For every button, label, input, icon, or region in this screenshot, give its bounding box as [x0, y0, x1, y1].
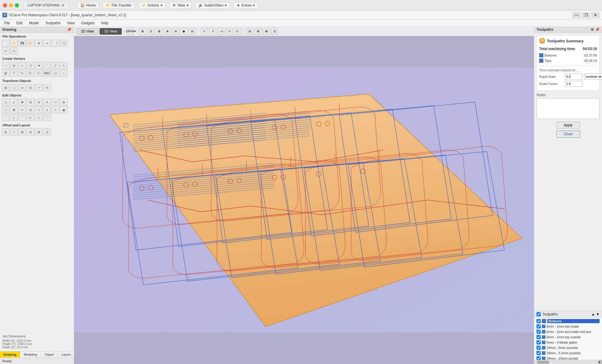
- text-tool[interactable]: T: [10, 70, 18, 77]
- vp-tool1-button[interactable]: ↖: [201, 28, 208, 35]
- rectangle-tool[interactable]: □: [18, 62, 26, 69]
- tp-item-6[interactable]: 24mm - 15mm pocket: [534, 356, 602, 360]
- panel-pin-icon[interactable]: 📌: [67, 28, 71, 32]
- menu-help[interactable]: Help: [98, 20, 111, 26]
- tp-checkbox-3[interactable]: [537, 340, 541, 344]
- tp-checkbox-0[interactable]: [537, 324, 541, 328]
- vp-layout4-button[interactable]: ⊡: [271, 28, 278, 35]
- delete-tool[interactable]: ✕: [43, 99, 51, 106]
- line-tool[interactable]: ╱: [52, 62, 59, 69]
- panel-settings-button[interactable]: ⚙: [591, 28, 594, 32]
- view-2d-button[interactable]: 2D View: [76, 28, 98, 35]
- restore-button[interactable]: ❐: [582, 12, 590, 18]
- reverse-tool[interactable]: ⌒: [18, 114, 26, 121]
- scale-factor-input[interactable]: [565, 81, 582, 87]
- menu-edit[interactable]: Edit: [13, 20, 25, 26]
- group-tool[interactable]: ⬜: [10, 84, 18, 91]
- trim-tool[interactable]: ✂: [18, 106, 26, 113]
- abc-text-tool[interactable]: ABC: [43, 70, 51, 77]
- offset-tool[interactable]: ⊟: [2, 128, 9, 136]
- menu-toolpaths[interactable]: Toolpaths: [42, 20, 63, 26]
- edit-extra-1[interactable]: ▷: [27, 114, 34, 121]
- toolpath-move-down-button[interactable]: ▼: [596, 312, 600, 316]
- vp-grid-button[interactable]: ⊞: [156, 28, 163, 35]
- boolean-tool[interactable]: ⊟: [27, 99, 34, 106]
- redo-button[interactable]: ↪: [10, 47, 18, 54]
- array-copy-tool[interactable]: +: [35, 84, 43, 91]
- actions-button[interactable]: ⚡ Actions ▾: [138, 2, 166, 9]
- align-tool[interactable]: ⊞: [2, 84, 9, 91]
- horizontal-scrollbar[interactable]: ▶: [534, 360, 602, 364]
- select-by-color-tool[interactable]: ◉: [60, 106, 68, 113]
- toolpath-move-up-button[interactable]: ▲: [591, 312, 595, 316]
- smooth-node-tool[interactable]: ↙: [10, 99, 18, 106]
- transform-text-tool[interactable]: T⌂: [27, 70, 34, 77]
- tp-item-5[interactable]: 24mm - 5.5mm pockets: [534, 350, 602, 356]
- copy-button[interactable]: 📑: [52, 40, 59, 47]
- mirror-h-tool[interactable]: ⇔: [18, 84, 26, 91]
- tp-checkbox-6[interactable]: [537, 356, 541, 360]
- edit-extra-2[interactable]: ): [35, 114, 43, 121]
- vp-layout3-button[interactable]: ⊠: [263, 28, 270, 35]
- smooth-corner-tool[interactable]: ∨: [43, 106, 51, 113]
- join-tool[interactable]: ✚: [18, 99, 26, 106]
- vp-search-button[interactable]: ⊘: [172, 28, 179, 35]
- arc-btn[interactable]: ⌒: [2, 114, 9, 121]
- new-file-button[interactable]: 📄: [2, 40, 9, 47]
- circle-tool[interactable]: ○: [2, 62, 9, 69]
- weld-tool[interactable]: ⊕: [60, 99, 68, 106]
- tp-checkbox-4[interactable]: [537, 346, 541, 350]
- tab-clipart[interactable]: Clipart: [41, 352, 58, 357]
- rapid-rate-unit-select[interactable]: mm/min: [584, 74, 602, 80]
- check-tool[interactable]: ✓: [52, 106, 59, 113]
- vp-render-button[interactable]: ◉: [180, 28, 188, 35]
- arc-tool[interactable]: ⌒: [43, 62, 51, 69]
- rapid-rate-input[interactable]: [565, 74, 582, 80]
- canvas-area[interactable]: [74, 36, 534, 364]
- vp-view-x-button[interactable]: ↔X: [217, 28, 225, 35]
- save-file-button[interactable]: 💾: [18, 40, 26, 47]
- close-panel-button[interactable]: Close: [556, 131, 580, 138]
- s-curve-tool[interactable]: ): [10, 114, 18, 121]
- tab-modeling[interactable]: Modeling: [20, 352, 41, 357]
- layout-extra-2[interactable]: ⊞: [35, 128, 43, 136]
- tp-item-3[interactable]: 6mm - 4 blinde gaten: [534, 340, 602, 345]
- vp-layout1-button[interactable]: ⊟: [246, 28, 253, 35]
- vp-layout2-button[interactable]: ⊞: [254, 28, 262, 35]
- menu-view[interactable]: View: [64, 20, 78, 26]
- nesting-tool[interactable]: ⊞: [18, 128, 26, 136]
- minimize-traffic-light[interactable]: [9, 3, 13, 7]
- extras-button[interactable]: ★ Extras ▾: [233, 2, 258, 9]
- notes-textarea[interactable]: [537, 98, 600, 119]
- extend-tool[interactable]: ⊠: [10, 106, 18, 113]
- layout-extra-3[interactable]: ⊡: [43, 128, 51, 136]
- tp-item-2[interactable]: 6mm - 1mm top outside: [534, 334, 602, 340]
- offset-layout-tool[interactable]: □: [10, 128, 18, 136]
- star-tool[interactable]: ★: [35, 62, 43, 69]
- spiral-tool[interactable]: @: [2, 70, 9, 77]
- apply-button[interactable]: Apply: [556, 122, 580, 129]
- tp-item-1[interactable]: 6mm - 1mm top inside mid poc: [534, 329, 602, 334]
- tab-drawing[interactable]: Drawing: [0, 352, 20, 357]
- toolpath-group-bottoms[interactable]: Bottoms: [534, 318, 602, 324]
- tp-checkbox-1[interactable]: [537, 330, 541, 334]
- layout-extra-1[interactable]: ⊟: [27, 128, 34, 136]
- dimension-tool[interactable]: ↔: [60, 70, 68, 77]
- file-transfer-button[interactable]: 📁 File Transfer: [103, 2, 135, 9]
- node-edit-tool[interactable]: ↘: [2, 99, 9, 106]
- depth-selector-button[interactable]: -15mm ▾: [127, 28, 134, 35]
- vp-view-z-button[interactable]: Z↑: [234, 28, 241, 35]
- crop-tool[interactable]: ⊘: [35, 99, 43, 106]
- trace-bitmap-tool[interactable]: ⬡: [52, 70, 59, 77]
- vp-fit-button[interactable]: ⊞: [139, 28, 146, 35]
- tp-item-4[interactable]: 24mm - 8mm pockets: [534, 345, 602, 350]
- view-button[interactable]: 👁 View ▾: [169, 2, 192, 9]
- dog-bone-tool[interactable]: ◌: [2, 106, 9, 113]
- audio-video-button[interactable]: 🔊 Audio/Video ▾: [195, 2, 230, 9]
- paste-button[interactable]: 📋: [60, 40, 68, 47]
- spline-tool[interactable]: ∿: [60, 62, 68, 69]
- close-traffic-light[interactable]: [3, 3, 7, 7]
- open-file-button[interactable]: 📁: [10, 40, 18, 47]
- transform-tool[interactable]: ⊡: [27, 84, 34, 91]
- scrollbar-thumb[interactable]: [537, 361, 549, 364]
